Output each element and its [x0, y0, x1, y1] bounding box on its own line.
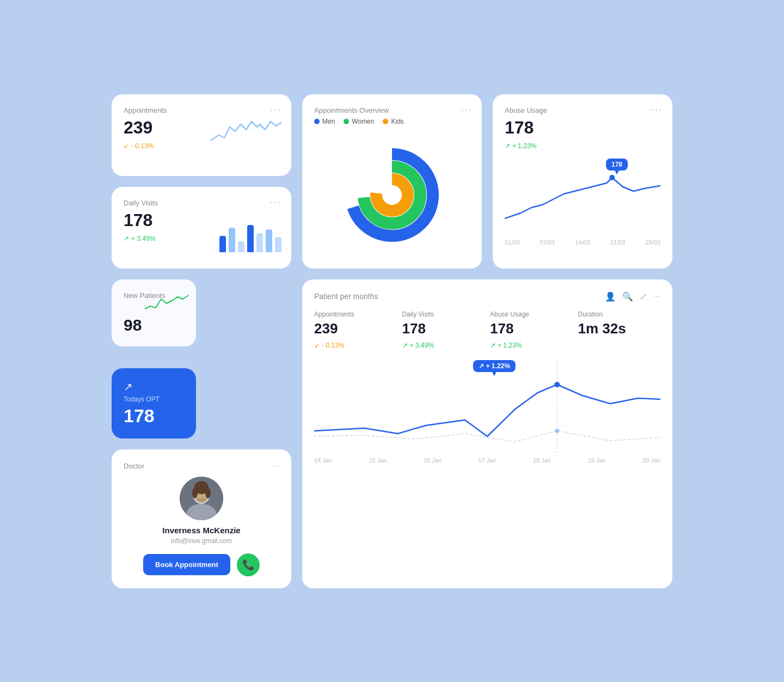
x-label-1: 01/03 [505, 239, 520, 246]
abuse-usage-card: Abuse Usage 178 ↗ + 1.23% ··· 178 01/03 … [493, 94, 672, 269]
patient-months-card: Patient per months 👤 🔍 ⤢ ··· Appointment… [302, 279, 672, 588]
doctor-header: Doctor ··· [124, 461, 279, 471]
opt-arrow-icon: ↗ [124, 380, 184, 393]
pm-stat-duration: Duration 1m 32s [578, 310, 661, 349]
search-icon[interactable]: 🔍 [622, 291, 633, 302]
book-appointment-button[interactable]: Book Appointment [143, 554, 230, 575]
tooltip-arrow [615, 170, 619, 175]
trend-down-icon: ↙ [124, 142, 129, 150]
x-label-2: 07/03 [540, 239, 555, 246]
appointments-overview-card: Appointments Overview ··· Men Women Kids [302, 94, 482, 269]
doctor-actions: Book Appointment 📞 [124, 553, 279, 576]
pm-stat-daily: Daily Visits 178 ↗+ 3.49% [402, 310, 485, 349]
new-patients-sparkline [145, 287, 188, 316]
pm-stat-trend-2: ↗+ 1.23% [490, 342, 573, 349]
svg-point-9 [192, 488, 198, 498]
pm-x-label-3: 17 Jan [478, 457, 496, 464]
pm-tooltip-arrow [492, 372, 497, 376]
pm-chart: ↗ + 1.22% [314, 360, 660, 453]
pm-stat-trend-0: ↙- 0.13% [314, 342, 397, 349]
abuse-title: Abuse Usage [505, 106, 660, 114]
abuse-tooltip-value: 178 [606, 159, 628, 170]
abuse-x-labels: 01/03 07/03 14/03 21/03 28/03 [505, 239, 660, 246]
pm-stat-label-2: Abuse Usage [490, 310, 573, 318]
appointments-card: Appointments 239 ↙ - 0.13% ··· [112, 94, 291, 176]
doctor-avatar [180, 477, 223, 520]
x-label-3: 14/03 [575, 239, 590, 246]
svg-point-2 [376, 179, 408, 211]
bar-1 [219, 236, 226, 252]
pm-x-label-1: 15 Jan [369, 457, 387, 464]
pm-title: Patient per months [314, 292, 378, 301]
svg-point-15 [554, 382, 560, 387]
user-icon[interactable]: 👤 [605, 291, 616, 302]
pm-x-label-5: 19 Jan [587, 457, 605, 464]
x-label-4: 21/03 [610, 239, 626, 246]
daily-visits-menu[interactable]: ··· [270, 197, 281, 208]
doctor-name: Inverness McKenzie [124, 526, 279, 535]
pm-stat-label-0: Appointments [314, 310, 397, 318]
pm-icons: 👤 🔍 ⤢ ··· [605, 291, 660, 302]
pm-stat-abuse: Abuse Usage 178 ↗+ 1.23% [490, 310, 573, 349]
pm-tooltip-value: ↗ + 1.22% [473, 360, 516, 372]
trend-up-icon: ↗ [124, 235, 129, 242]
doctor-menu[interactable]: ··· [272, 461, 279, 471]
overview-menu[interactable]: ··· [461, 104, 472, 115]
opt-title: Todays OPT [124, 395, 184, 403]
abuse-value: 178 [505, 118, 660, 138]
pm-x-labels: 14 Jan 15 Jan 16 Jan 17 Jan 18 Jan 19 Ja… [314, 457, 660, 464]
pm-stats: Appointments 239 ↙- 0.13% Daily Visits 1… [314, 310, 660, 349]
new-patients-value: 98 [124, 316, 184, 334]
legend-kids: Kids [383, 118, 403, 125]
appointments-sparkline [211, 111, 281, 151]
legend-men: Men [314, 118, 335, 125]
pm-x-label-4: 18 Jan [533, 457, 551, 464]
x-label-5: 28/03 [645, 239, 660, 246]
opt-value: 178 [124, 405, 184, 427]
expand-icon[interactable]: ⤢ [640, 291, 647, 302]
bar-7 [275, 237, 281, 252]
legend-dot-kids [383, 119, 388, 124]
opt-patients-row: ↗ Todays OPT 178 New Patients 98 [112, 279, 291, 439]
pm-x-label-6: 20 Jan [642, 457, 660, 464]
overview-title: Appointments Overview [314, 106, 470, 114]
doctor-card: Doctor ··· Inverness McKenzie info@inve.… [112, 449, 291, 588]
legend-dot-women [344, 119, 349, 124]
pm-stat-value-3: 1m 32s [578, 320, 661, 337]
overview-legend: Men Women Kids [314, 118, 470, 125]
todays-opt-card: ↗ Todays OPT 178 [112, 368, 196, 439]
daily-visits-card: Daily Visits 178 ↗ + 3.49% ··· [112, 187, 291, 269]
pm-x-label-2: 16 Jan [424, 457, 442, 464]
abuse-chart: 178 [505, 159, 660, 235]
pm-stat-appointments: Appointments 239 ↙- 0.13% [314, 310, 397, 349]
legend-label-women: Women [352, 118, 374, 125]
legend-label-kids: Kids [391, 118, 403, 125]
pm-menu[interactable]: ··· [653, 291, 660, 302]
svg-point-3 [609, 175, 615, 180]
daily-visits-title: Daily Visits [124, 199, 279, 207]
pm-tooltip-icon: ↗ [479, 362, 484, 370]
bar-6 [266, 229, 272, 252]
new-patients-card: New Patients 98 [112, 279, 196, 346]
phone-button[interactable]: 📞 [237, 553, 260, 576]
svg-point-16 [554, 428, 560, 434]
pm-header: Patient per months 👤 🔍 ⤢ ··· [314, 291, 660, 302]
pm-stat-value-0: 239 [314, 320, 397, 337]
abuse-menu[interactable]: ··· [651, 104, 663, 115]
legend-label-men: Men [322, 118, 335, 125]
pm-stat-trend-1: ↗+ 3.49% [402, 342, 485, 349]
pm-stat-label-3: Duration [578, 310, 661, 318]
legend-women: Women [344, 118, 374, 125]
pm-x-label-0: 14 Jan [314, 457, 332, 464]
pm-stat-value-2: 178 [490, 320, 573, 337]
abuse-trend-icon: ↗ [505, 142, 510, 150]
bar-3 [238, 241, 244, 252]
svg-point-10 [205, 488, 211, 498]
pm-tooltip: ↗ + 1.22% [473, 360, 516, 376]
phone-icon: 📞 [242, 559, 254, 571]
daily-visits-bar-chart [219, 222, 281, 252]
pm-stat-label-1: Daily Visits [402, 310, 485, 318]
doctor-section-title: Doctor [124, 462, 144, 470]
abuse-trend: ↗ + 1.23% [505, 142, 660, 150]
bar-4 [247, 225, 254, 252]
